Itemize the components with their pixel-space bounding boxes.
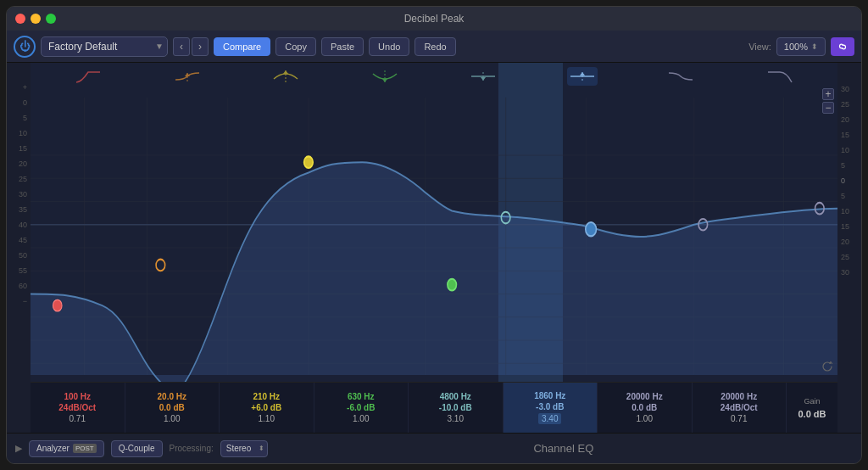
eq-main[interactable]: 20 50 100 200 500 1k 2k 5k 10k 20k 100 H… [31,63,837,433]
gain-label: Gain [804,397,820,406]
band-3-info: 210 Hz +6.0 dB 1.10 [220,383,314,433]
bottom-title: Channel EQ [275,442,853,455]
band-8-button[interactable] [765,67,795,86]
band-6-button[interactable] [567,67,598,86]
svg-point-33 [156,260,165,271]
minimize-button[interactable] [31,14,41,24]
play-button[interactable]: ▶ [15,443,22,454]
band-2-db: 0.0 dB [159,403,185,412]
band-2-info: 20.0 Hz 0.0 dB 1.00 [125,383,220,433]
bottom-bar: ▶ Analyzer POST Q-Couple Processing: Ste… [7,433,861,463]
link-icon [837,41,849,53]
band-5-freq: 4800 Hz [440,392,471,401]
analyzer-label: Analyzer [36,444,70,453]
power-button[interactable]: ⏻ [14,36,36,58]
svg-marker-3 [283,70,288,74]
band-3-q: 1.10 [259,414,275,423]
gain-value: 0.0 dB [798,409,826,419]
view-control[interactable]: 100% ⬍ [776,37,826,56]
band-8-info: 20000 Hz 24dB/Oct 0.71 [693,383,787,433]
reset-button[interactable] [821,360,834,373]
band-8-freq: 20000 Hz [721,392,757,401]
band-4-info: 630 Hz -6.0 dB 1.00 [314,383,409,433]
undo-button[interactable]: Undo [369,37,409,56]
qcouple-label: Q-Couple [119,444,155,453]
analyzer-button[interactable]: Analyzer POST [29,440,104,457]
band-buttons [31,67,837,86]
main-window: Decibel Peak ⏻ Factory Default ▼ ‹ › Com… [6,6,862,464]
band-info-row: 100 Hz 24dB/Oct 0.71 20.0 Hz 0.0 dB 1.00… [31,382,837,433]
toolbar: ⏻ Factory Default ▼ ‹ › Compare Copy Pas… [7,31,861,63]
band-1-db: 24dB/Oct [58,403,96,412]
band-5-info: 4800 Hz -10.0 dB 3.10 [409,383,504,433]
preset-select[interactable]: Factory Default [41,36,168,57]
band-6-info: 1860 Hz -3.0 dB 3.40 [504,383,598,433]
band-4-button[interactable] [370,67,400,86]
band-7-button[interactable] [665,67,696,86]
svg-marker-5 [382,79,387,82]
copy-button[interactable]: Copy [275,37,316,56]
link-button[interactable] [831,37,854,56]
view-arrows-icon: ⬍ [811,42,818,51]
svg-marker-11 [580,72,585,76]
gain-section: Gain 0.0 dB [787,383,837,433]
processing-wrapper: Stereo ⬍ [220,440,268,457]
nav-arrows: ‹ › [173,37,209,56]
band-6-freq: 1860 Hz [534,391,565,400]
compare-button[interactable]: Compare [214,37,270,56]
svg-point-34 [304,156,314,168]
band-5-db: -10.0 dB [439,403,472,412]
eq-curve: 20 50 100 200 500 1k 2k 5k 10k 20k [31,63,837,433]
zoom-in-button[interactable]: + [822,88,834,100]
preset-wrapper: Factory Default ▼ [41,36,168,57]
zoom-out-button[interactable]: − [822,102,834,114]
band-1-q: 0.71 [70,414,86,423]
window-title: Decibel Peak [404,13,465,25]
next-preset-button[interactable]: › [192,37,209,56]
title-bar: Decibel Peak [7,7,861,31]
zoom-controls: + − [822,88,834,114]
processing-select[interactable]: Stereo [220,440,268,457]
band-2-q: 1.00 [164,414,180,423]
view-value: 100% [784,42,808,52]
band-7-q: 1.00 [637,414,653,423]
svg-point-37 [586,222,597,236]
band-1-button[interactable] [73,67,103,86]
band-5-button[interactable] [468,67,498,86]
band-7-db: 0.0 dB [632,403,657,412]
redo-button[interactable]: Redo [415,37,455,56]
paste-button[interactable]: Paste [321,37,364,56]
band-8-db: 24dB/Oct [721,403,758,412]
prev-preset-button[interactable]: ‹ [173,37,190,56]
band-4-q: 1.00 [353,414,369,423]
processing-label: Processing: [170,444,214,453]
band-4-db: -6.0 dB [347,403,375,412]
qcouple-button[interactable]: Q-Couple [111,440,163,457]
band-2-button[interactable] [172,67,203,86]
db-labels-right: 30 25 20 15 10 5 0 5 10 15 20 25 30 [837,63,861,433]
band-3-button[interactable] [270,67,301,86]
band-2-freq: 20.0 Hz [158,392,186,401]
band-1-freq: 100 Hz [64,392,91,401]
view-label: View: [748,42,771,52]
band-7-info: 20000 Hz 0.0 dB 1.00 [598,383,693,433]
band-4-freq: 630 Hz [348,392,375,401]
svg-point-35 [448,279,457,291]
maximize-button[interactable] [46,14,56,24]
band-6-q: 3.40 [538,413,561,424]
band-7-freq: 20000 Hz [626,392,663,401]
eq-container: + 0 5 10 15 20 25 30 35 40 45 50 55 60 − [7,63,861,433]
svg-point-32 [53,299,62,311]
traffic-lights [15,14,56,24]
band-3-freq: 210 Hz [253,392,280,401]
close-button[interactable] [15,14,25,24]
band-1-info: 100 Hz 24dB/Oct 0.71 [31,383,125,433]
post-badge: POST [73,444,97,453]
band-5-q: 3.10 [448,414,464,423]
band-3-db: +6.0 dB [251,403,281,412]
band-8-q: 0.71 [731,414,747,423]
svg-marker-8 [481,77,486,81]
db-labels-left: + 0 5 10 15 20 25 30 35 40 45 50 55 60 − [7,63,31,433]
band-6-db: -3.0 dB [536,402,564,411]
